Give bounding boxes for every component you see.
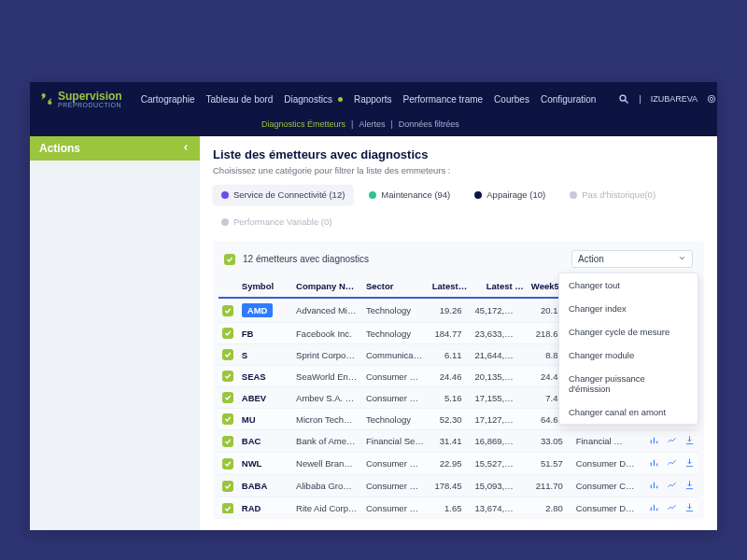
sector-cell: Technology — [362, 409, 429, 430]
filter-chip: Performance Variable (0) — [213, 212, 340, 231]
brand-sub: PRÉPRODUCTION — [58, 102, 122, 108]
latest-volume-cell: 23,633,6… — [472, 323, 528, 344]
table-row[interactable]: BACBank of Ame…Financial Ser…31.4116,869… — [218, 430, 698, 453]
bar-chart-icon[interactable] — [649, 502, 659, 513]
row-checkbox[interactable] — [222, 392, 233, 403]
divider: | — [639, 94, 641, 104]
filter-chip-label: Performance Variable (0) — [233, 217, 331, 227]
search-icon[interactable] — [618, 93, 629, 105]
latest-price-cell: 31.41 — [429, 430, 472, 453]
download-icon[interactable] — [684, 480, 695, 492]
nav-diagnostics[interactable]: Diagnostics — [284, 94, 332, 105]
select-all-checkbox[interactable] — [224, 254, 235, 265]
download-icon[interactable] — [684, 502, 695, 513]
sector2-cell: Consumer D… — [572, 453, 641, 475]
top-navbar: Supervision PRÉPRODUCTION Cartographie T… — [30, 82, 717, 116]
crumb-diagnostics-emetteurs[interactable]: Diagnostics Émetteurs — [261, 119, 345, 129]
sidebar-actions-header[interactable]: Actions — [30, 136, 200, 161]
main-content: Liste des émetteurs avec diagnostics Cho… — [200, 136, 717, 530]
column-header[interactable]: Sector — [362, 275, 429, 298]
user-name[interactable]: IZUBAREVA — [651, 94, 698, 104]
crumb-donnees-filtrees[interactable]: Données filtrées — [399, 119, 459, 129]
row-checkbox[interactable] — [222, 481, 233, 492]
column-header[interactable]: Latest … — [429, 275, 472, 298]
filter-color-dot-icon — [221, 191, 229, 199]
filter-chip-label: Maintenance (94) — [381, 189, 450, 200]
page-subtitle: Choisissez une catégorie pour filtrer la… — [213, 165, 704, 175]
nav-performance-trame[interactable]: Performance trame — [403, 94, 484, 105]
bar-chart-icon[interactable] — [649, 457, 659, 469]
action-menu-item[interactable]: Changer canal en amont — [559, 400, 698, 424]
row-checkbox[interactable] — [222, 436, 233, 447]
line-chart-icon[interactable] — [667, 435, 677, 447]
nav-configuration[interactable]: Configuration — [541, 94, 596, 105]
nav-tableau-de-bord[interactable]: Tableau de bord — [206, 94, 274, 105]
app-window: Supervision PRÉPRODUCTION Cartographie T… — [30, 82, 717, 530]
week52-cell: 211.70 — [528, 475, 572, 497]
latest-volume-cell: 45,172,7… — [472, 298, 528, 323]
column-header[interactable]: Latest … — [472, 275, 528, 298]
svg-point-0 — [620, 95, 626, 101]
filter-chips: Service de Connectivité (12)Maintenance … — [213, 185, 704, 231]
latest-price-cell: 19.26 — [429, 298, 472, 323]
action-menu-item[interactable]: Changer cycle de mesure — [559, 320, 698, 343]
symbol-cell: BAC — [242, 436, 261, 446]
action-dropdown-trigger[interactable]: Action — [571, 250, 693, 268]
company-cell: Newell Bran… — [292, 453, 362, 475]
latest-price-cell: 184.77 — [429, 323, 472, 344]
row-checkbox[interactable] — [222, 413, 233, 425]
table-row[interactable]: RADRite Aid Corp…Consumer D…1.6513,674,4… — [218, 497, 698, 514]
week52-cell: 2.80 — [528, 497, 572, 514]
nav-cartographie[interactable]: Cartographie — [141, 94, 195, 105]
bar-chart-icon[interactable] — [649, 480, 659, 492]
download-icon[interactable] — [684, 457, 695, 469]
week52-cell: 33.05 — [528, 430, 572, 453]
row-checkbox[interactable] — [222, 503, 233, 514]
row-checkbox[interactable] — [222, 458, 233, 469]
filter-chip[interactable]: Appairage (10) — [466, 185, 554, 204]
action-menu-item[interactable]: Changer puissance d'émission — [559, 367, 698, 400]
bar-chart-icon[interactable] — [649, 435, 659, 447]
filter-chip[interactable]: Service de Connectivité (12) — [213, 185, 353, 204]
company-cell: Advanced Mi… — [292, 298, 362, 323]
nav-rapports[interactable]: Rapports — [354, 94, 392, 105]
symbol-cell: RAD — [242, 503, 261, 513]
table-row[interactable]: BABAAlibaba Gro…Consumer C…178.4515,093,… — [218, 475, 698, 497]
brand[interactable]: Supervision PRÉPRODUCTION — [39, 91, 122, 108]
latest-volume-cell: 15,093,0… — [472, 475, 528, 497]
column-header[interactable]: Symbol — [238, 275, 292, 298]
results-count-label: 12 émetteurs avec diagnostics — [243, 254, 369, 264]
download-icon[interactable] — [684, 435, 695, 447]
filter-chip[interactable]: Maintenance (94) — [360, 185, 458, 204]
table-row[interactable]: NWLNewell Bran…Consumer D…22.9515,527,5…… — [218, 453, 698, 475]
latest-volume-cell: 15,527,5… — [472, 453, 528, 475]
symbol-cell: MU — [242, 414, 256, 425]
line-chart-icon[interactable] — [667, 457, 677, 469]
row-checkbox[interactable] — [222, 305, 233, 316]
company-cell: Bank of Ame… — [292, 430, 362, 453]
sector-cell: Consumer D… — [362, 387, 429, 409]
action-menu-item[interactable]: Changer index — [559, 297, 698, 320]
company-cell: Alibaba Gro… — [292, 475, 362, 497]
action-menu-item[interactable]: Changer module — [559, 343, 698, 367]
company-cell: Sprint Corpo… — [292, 344, 362, 366]
symbol-cell: NWL — [242, 458, 262, 469]
sector2-cell: Consumer D… — [572, 497, 641, 514]
line-chart-icon[interactable] — [667, 502, 677, 513]
action-dropdown-label: Action — [578, 254, 604, 264]
crumb-alertes[interactable]: Alertes — [359, 119, 385, 129]
row-checkbox[interactable] — [222, 371, 233, 382]
nav-courbes[interactable]: Courbes — [494, 94, 529, 105]
row-checkbox[interactable] — [222, 328, 233, 339]
page-title: Liste des émetteurs avec diagnostics — [213, 147, 704, 161]
column-header[interactable]: Company N… — [292, 275, 362, 298]
company-cell: Rite Aid Corp… — [292, 497, 362, 514]
latest-volume-cell: 16,869,5… — [472, 430, 528, 453]
latest-price-cell: 6.11 — [429, 344, 472, 366]
action-menu-item[interactable]: Changer tout — [559, 273, 698, 297]
row-checkbox[interactable] — [222, 349, 233, 360]
symbol-cell: SEAS — [242, 371, 266, 382]
symbol-cell: FB — [242, 329, 254, 339]
latest-volume-cell: 17,127,3… — [472, 409, 528, 430]
line-chart-icon[interactable] — [667, 480, 677, 492]
